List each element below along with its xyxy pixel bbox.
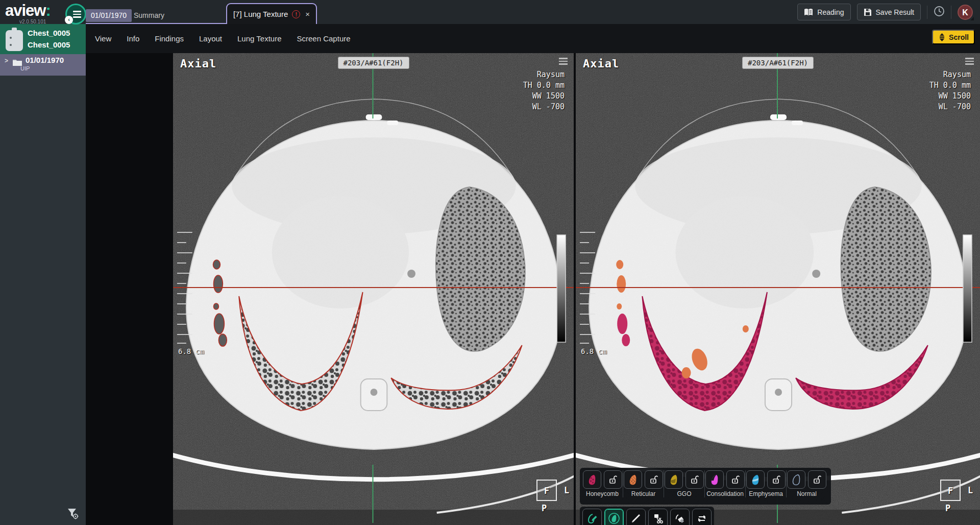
tab-summary[interactable]: Summary — [134, 11, 164, 19]
emphysema-lock-button[interactable] — [767, 470, 786, 489]
viewport-menu-icon[interactable] — [559, 58, 568, 66]
lung-region-icon — [608, 512, 620, 524]
segmentation-tool-toolbar — [580, 507, 714, 525]
orientation-left: L — [564, 485, 569, 495]
sidebar-item-patient[interactable]: Chest_0005 Chest_0005 — [0, 24, 86, 54]
filter-settings-icon[interactable] — [66, 508, 80, 520]
render-mode: Raysum — [523, 69, 565, 80]
scale-label: 6.8 cm — [581, 347, 607, 355]
eraser-lung-icon — [674, 512, 686, 524]
render-params: Raysum TH 0.0 mm WW 1500 WL -700 — [523, 69, 565, 112]
chevron-right-icon[interactable]: > — [5, 57, 8, 64]
texture-label: Reticular — [623, 490, 664, 497]
top-bar: aview: v2.0.50.101 ‹ 01/01/1970 Summary … — [0, 0, 980, 24]
scale-label: 6.8 cm — [178, 347, 204, 355]
emphysema-class-button[interactable] — [746, 470, 765, 489]
orientation-posterior: P — [542, 503, 547, 513]
viewport-menu-icon[interactable] — [965, 58, 974, 66]
logo-text: aview — [5, 2, 45, 19]
study-label: UIP — [20, 65, 84, 72]
normal-lock-button[interactable] — [808, 470, 826, 489]
consolidation-class-button[interactable] — [705, 470, 724, 489]
viewer-grid: Axial #203/A#61(F2H) Raysum TH 0.0 mm WW… — [86, 53, 980, 525]
app-version: v2.0.50.101 — [19, 19, 46, 25]
user-avatar[interactable]: K — [958, 5, 973, 20]
menu-layout[interactable]: Layout — [199, 34, 222, 43]
tab-label: [7] Lung Texture — [233, 10, 288, 18]
honeycomb-class-button[interactable] — [583, 470, 601, 489]
save-result-button[interactable]: Save Result — [857, 4, 921, 20]
unlock-icon — [730, 474, 741, 485]
menu-view[interactable]: View — [95, 34, 111, 43]
viewer-menubar: View Info Findings Layout Lung Texture S… — [86, 24, 980, 53]
texture-label: Emphysema — [746, 490, 786, 497]
unlock-icon — [649, 474, 659, 485]
reticular-class-button[interactable] — [624, 470, 642, 489]
unlock-icon — [771, 474, 781, 485]
texture-group-reticular: Reticular — [623, 470, 664, 497]
ggo-class-button[interactable] — [665, 470, 683, 489]
viewport-axial-original[interactable]: Axial #203/A#61(F2H) Raysum TH 0.0 mm WW… — [173, 53, 574, 525]
menu-lung-texture[interactable]: Lung Texture — [237, 34, 281, 43]
loop-tool-button[interactable] — [692, 509, 712, 525]
normal-class-button[interactable] — [787, 470, 805, 489]
book-icon — [804, 8, 813, 16]
viewport-axial-segmented[interactable]: Axial #203/A#61(F2H) Raysum TH 0.0 mm WW… — [576, 53, 980, 525]
consolidation-lung-icon — [708, 473, 721, 486]
menu-findings[interactable]: Findings — [155, 34, 184, 43]
ct-image-segmented — [576, 53, 980, 525]
close-icon[interactable]: × — [305, 10, 310, 18]
eraser-tool-button[interactable] — [670, 509, 690, 525]
lung-pencil-icon — [586, 512, 598, 524]
honeycomb-lock-button[interactable] — [604, 470, 622, 489]
orientation-markers: F L P — [940, 480, 980, 515]
repeat-arrows-icon — [696, 512, 708, 524]
scroll-mode-button[interactable]: Scroll — [932, 30, 975, 44]
folder-icon — [12, 58, 22, 68]
warning-icon: ! — [292, 10, 300, 18]
texture-group-honeycomb: Honeycomb — [582, 470, 623, 497]
reticular-lock-button[interactable] — [645, 470, 663, 489]
texture-group-normal: Normal — [786, 470, 827, 497]
honeycomb-lung-icon — [586, 473, 598, 486]
ggo-lock-button[interactable] — [685, 470, 704, 489]
window-width: WW 1500 — [523, 91, 565, 102]
orientation-cube[interactable]: F — [940, 480, 961, 501]
lung-select-tool-button[interactable] — [604, 509, 624, 525]
cut-node-tool-button[interactable] — [648, 509, 668, 525]
sidebar: Chest_0005 Chest_0005 > 01/01/1970 UIP — [0, 24, 86, 525]
texture-label: Consolidation — [705, 490, 745, 497]
consolidation-lock-button[interactable] — [726, 470, 745, 489]
study-date: 01/01/1970 — [26, 56, 84, 65]
save-result-label: Save Result — [876, 8, 914, 16]
lung-edit-tool-button[interactable] — [582, 509, 602, 525]
study-date-chip[interactable]: 01/01/1970 — [86, 9, 132, 22]
render-mode: Raysum — [929, 69, 971, 80]
unlock-icon — [690, 474, 700, 485]
ct-image-original — [173, 53, 574, 525]
list-icon — [73, 11, 81, 19]
reading-button[interactable]: Reading — [797, 4, 850, 20]
texture-group-consolidation: Consolidation — [704, 470, 745, 497]
menu-screen-capture[interactable]: Screen Capture — [297, 34, 351, 43]
toolbar-divider — [951, 6, 951, 19]
menu-info[interactable]: Info — [127, 34, 139, 43]
worklist-badge-icon[interactable]: ‹ — [65, 4, 86, 25]
orientation-cube[interactable]: F — [536, 480, 557, 501]
logo-colon: : — [45, 2, 50, 19]
user-initial: K — [962, 8, 968, 17]
brush-tool-button[interactable] — [626, 509, 646, 525]
sidebar-item-study[interactable]: > 01/01/1970 UIP — [0, 54, 86, 76]
orientation-left: L — [968, 485, 973, 495]
texture-group-emphysema: Emphysema — [745, 470, 786, 497]
tab-lung-texture[interactable]: [7] Lung Texture ! × — [226, 3, 317, 24]
texture-label: Honeycomb — [582, 490, 623, 497]
slice-position-badge: #203/A#61(F2H) — [742, 57, 814, 69]
viewport-title: Axial — [583, 57, 619, 70]
orientation-markers: F L P — [536, 480, 574, 515]
render-params: Raysum TH 0.0 mm WW 1500 WL -700 — [929, 69, 971, 112]
history-clock-icon[interactable] — [934, 6, 945, 19]
reading-label: Reading — [817, 8, 844, 16]
texture-label: GGO — [664, 490, 704, 497]
back-arrow-icon: ‹ — [65, 16, 73, 24]
